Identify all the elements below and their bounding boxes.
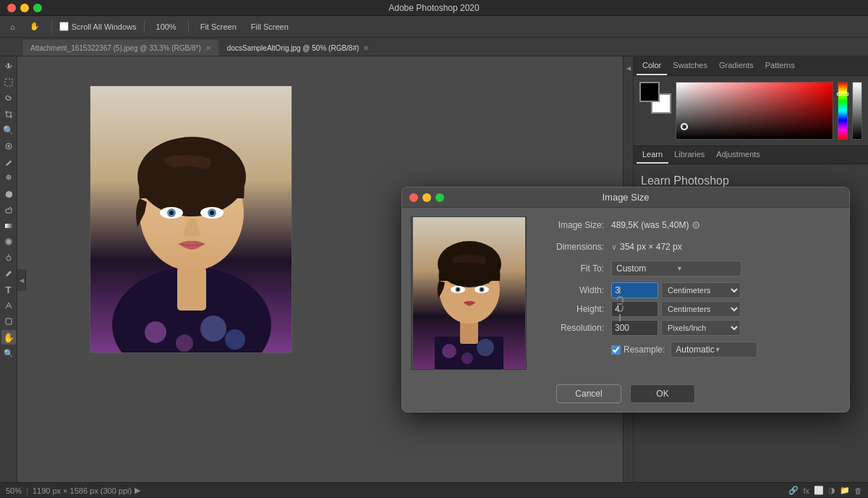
fit-to-label: Fit To: (535, 263, 611, 274)
chain-top-line (619, 287, 621, 294)
resample-row: Resample: Automatic ▼ (535, 341, 841, 358)
chain-icon (614, 294, 626, 314)
fit-to-dropdown[interactable]: Custom ▼ (611, 261, 741, 277)
dialog-footer: Cancel OK (402, 379, 849, 412)
dialog-expand-button[interactable] (435, 193, 444, 202)
resample-checkbox[interactable] (611, 345, 621, 355)
dialog-preview-panel (411, 216, 527, 370)
settings-icon[interactable]: ⚙ (692, 219, 701, 231)
dialog-preview-image (413, 217, 525, 369)
resample-chevron-icon: ▼ (715, 346, 753, 353)
dialog-overlay: Image Size (0, 0, 868, 498)
image-size-dialog: Image Size (401, 187, 850, 413)
height-unit-select[interactable]: Centimeters Pixels Inches (661, 301, 741, 317)
width-unit-select[interactable]: Centimeters Pixels Inches (661, 282, 741, 298)
preview-face-svg (413, 217, 525, 369)
width-height-group: Width: Centimeters Pixels Inches (535, 282, 841, 318)
ok-button[interactable]: OK (630, 384, 695, 403)
resolution-label: Resolution: (535, 323, 611, 333)
dialog-controls (409, 193, 444, 202)
chain-bottom-line (619, 314, 621, 321)
dialog-minimize-button[interactable] (422, 193, 431, 202)
image-size-label: Image Size: (535, 220, 611, 230)
resample-label[interactable]: Resample: (611, 345, 665, 355)
image-size-value: 489,5K (was 5,40M) (611, 220, 689, 230)
resample-dropdown[interactable]: Automatic ▼ (671, 342, 757, 358)
svg-point-34 (456, 288, 459, 291)
resolution-row: Resolution: Pixels/Inch Pixels/Cm (535, 319, 841, 337)
dimensions-value: 354 px × 472 px (620, 242, 682, 252)
cancel-button[interactable]: Cancel (556, 384, 621, 403)
width-label: Width: (535, 285, 611, 295)
svg-point-37 (480, 288, 483, 291)
dialog-title: Image Size (602, 192, 649, 203)
resolution-unit-select[interactable]: Pixels/Inch Pixels/Cm (661, 320, 741, 336)
svg-point-27 (461, 353, 473, 364)
dialog-body: Image Size: 489,5K (was 5,40M) ⚙ Dimensi… (402, 208, 849, 379)
dialog-form: Image Size: 489,5K (was 5,40M) ⚙ Dimensi… (535, 216, 841, 370)
height-row: Height: Centimeters Pixels Inches (535, 300, 841, 318)
width-row: Width: Centimeters Pixels Inches (535, 282, 841, 299)
chain-constraint (613, 284, 626, 324)
resample-text: Resample: (624, 345, 665, 355)
fit-to-value: Custom (616, 263, 676, 274)
height-label: Height: (535, 304, 611, 314)
dialog-close-button[interactable] (409, 193, 418, 202)
dialog-titlebar: Image Size (402, 187, 849, 208)
svg-point-28 (477, 339, 494, 356)
fit-to-row: Fit To: Custom ▼ (535, 260, 841, 277)
fit-to-chevron-icon: ▼ (676, 265, 736, 272)
dimensions-row: Dimensions: ∨ 354 px × 472 px (535, 238, 841, 256)
dimensions-label: Dimensions: (535, 242, 611, 252)
svg-point-26 (442, 344, 456, 358)
image-size-row: Image Size: 489,5K (was 5,40M) ⚙ (535, 216, 841, 234)
resample-value: Automatic (676, 345, 714, 355)
